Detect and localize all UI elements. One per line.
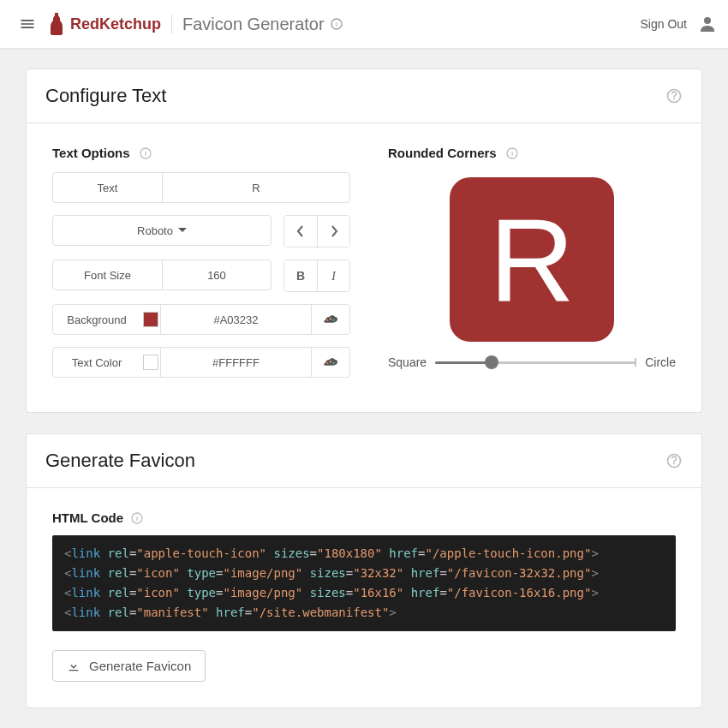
font-size-row: Font Size 160 xyxy=(52,260,272,290)
bold-button[interactable]: B xyxy=(284,260,317,291)
brand[interactable]: RedKetchup xyxy=(48,12,161,36)
text-options-help-icon[interactable]: i xyxy=(139,146,152,160)
font-name: Roboto xyxy=(137,224,173,237)
background-picker-button[interactable] xyxy=(312,305,349,334)
font-select[interactable]: Roboto xyxy=(52,215,272,246)
rounded-corners-label: Rounded Corners i xyxy=(388,146,676,160)
svg-text:i: i xyxy=(144,149,146,157)
svg-text:i: i xyxy=(511,149,513,157)
text-label: Text xyxy=(53,173,163,202)
font-style-group: B I xyxy=(283,260,350,292)
slider-thumb[interactable] xyxy=(485,355,498,369)
chevron-right-icon xyxy=(330,225,338,237)
svg-point-9 xyxy=(326,362,328,364)
html-code-help-icon[interactable]: i xyxy=(130,511,144,525)
rounded-help-icon[interactable]: i xyxy=(505,146,519,160)
generate-favicon-card: Generate Favicon HTML Code i <link rel="… xyxy=(26,433,702,708)
svg-point-11 xyxy=(333,362,335,364)
sign-out-link[interactable]: Sign Out xyxy=(641,17,687,31)
html-code-block[interactable]: <link rel="apple-touch-icon" sizes="180x… xyxy=(52,535,676,631)
page-title: Favicon Generator xyxy=(182,15,325,34)
svg-point-10 xyxy=(330,361,331,362)
preview-letter: R xyxy=(489,192,575,328)
page-help-icon[interactable]: i xyxy=(330,17,343,31)
font-next-button[interactable] xyxy=(317,216,349,247)
palette-icon xyxy=(323,313,338,325)
text-input-row: Text R xyxy=(52,172,350,203)
brand-name: RedKetchup xyxy=(70,15,161,33)
background-swatch[interactable] xyxy=(140,305,161,334)
text-color-swatch[interactable] xyxy=(140,348,161,377)
svg-point-6 xyxy=(326,319,328,321)
generate-favicon-button[interactable]: Generate Favicon xyxy=(52,650,206,682)
background-input[interactable]: #A03232 xyxy=(161,305,312,334)
favicon-preview: R xyxy=(450,177,614,342)
generate-title: Generate Favicon xyxy=(45,450,195,472)
chevron-left-icon xyxy=(296,225,305,237)
svg-point-2 xyxy=(704,17,711,24)
ketchup-bottle-icon xyxy=(48,12,65,36)
background-label: Background xyxy=(53,305,140,334)
slider-right-label: Circle xyxy=(645,355,676,369)
download-icon xyxy=(67,659,81,673)
slider-left-label: Square xyxy=(388,355,427,369)
configure-text-card: Configure Text Text Options i Text R xyxy=(26,69,702,413)
account-icon[interactable] xyxy=(697,14,718,34)
text-options-label: Text Options i xyxy=(52,146,350,160)
configure-title: Configure Text xyxy=(45,85,166,107)
hamburger-icon xyxy=(19,15,36,33)
text-input[interactable]: R xyxy=(163,173,349,202)
font-size-label: Font Size xyxy=(53,260,163,289)
font-prev-button[interactable] xyxy=(284,216,317,247)
palette-icon xyxy=(323,356,338,368)
generate-button-label: Generate Favicon xyxy=(89,659,191,673)
svg-point-8 xyxy=(333,319,335,321)
svg-text:i: i xyxy=(336,21,337,28)
text-color-input[interactable]: #FFFFFF xyxy=(161,348,312,377)
background-row: Background #A03232 xyxy=(52,304,350,335)
font-size-input[interactable]: 160 xyxy=(163,260,271,289)
menu-button[interactable] xyxy=(10,7,45,41)
html-code-label: HTML Code i xyxy=(52,510,676,525)
divider xyxy=(171,14,172,34)
svg-point-7 xyxy=(330,318,331,319)
font-nav xyxy=(283,215,350,248)
italic-button[interactable]: I xyxy=(317,260,349,291)
appbar: RedKetchup Favicon Generator i Sign Out xyxy=(0,0,728,48)
generate-help-icon[interactable] xyxy=(665,452,683,469)
svg-text:i: i xyxy=(136,514,138,522)
configure-help-icon[interactable] xyxy=(665,87,683,104)
text-color-label: Text Color xyxy=(53,348,140,377)
corner-slider[interactable] xyxy=(435,354,636,371)
text-color-row: Text Color #FFFFFF xyxy=(52,347,350,378)
caret-down-icon xyxy=(178,226,187,235)
text-color-picker-button[interactable] xyxy=(312,348,349,377)
